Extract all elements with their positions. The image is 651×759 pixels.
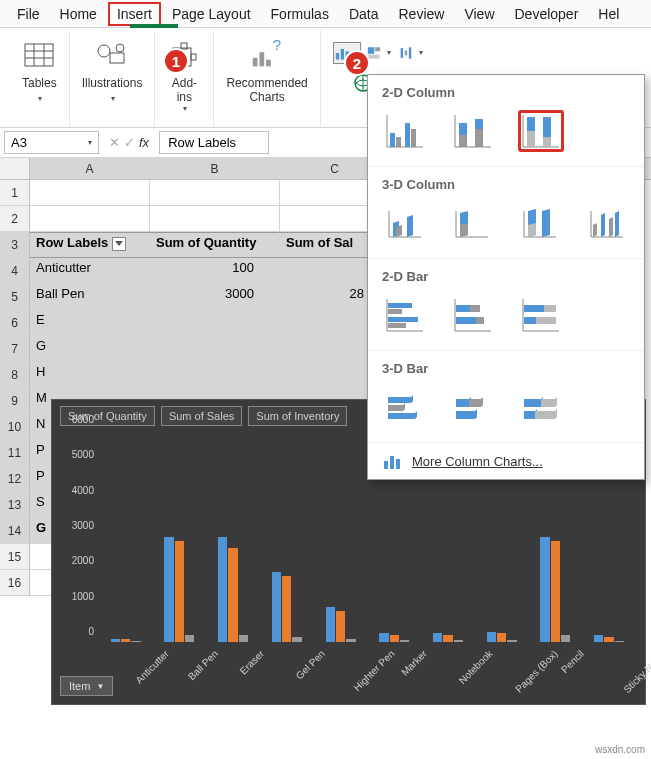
row-head[interactable]: 13 [0, 492, 30, 518]
row-head[interactable]: 7 [0, 336, 30, 362]
3d-clustered-bar-icon[interactable] [382, 386, 428, 428]
svg-rect-20 [368, 54, 379, 58]
ribbon-label-addins: Add- ins [172, 76, 197, 104]
svg-rect-50 [388, 317, 418, 322]
illustrations-icon [95, 38, 129, 72]
menu-data[interactable]: Data [340, 2, 388, 26]
ribbon-label-tables: Tables▾ [22, 76, 57, 104]
menubar: File Home Insert Page Layout Formulas Da… [0, 0, 651, 28]
3d-stacked-column-icon[interactable] [450, 202, 496, 244]
fx-icon[interactable]: fx [139, 135, 149, 150]
3d-stacked-bar-icon[interactable] [450, 386, 496, 428]
col-head-a[interactable]: A [30, 158, 150, 179]
chart-dropdown-panel: 2-D Column 3-D Column 2-D Bar 3-D Bar [367, 74, 645, 480]
svg-rect-39 [475, 129, 483, 147]
svg-rect-33 [411, 129, 416, 147]
svg-rect-49 [388, 309, 402, 314]
callout-badge-2: 2 [344, 50, 370, 76]
ribbon-group-addins[interactable]: Add- ins ▾ [155, 30, 214, 126]
menu-file[interactable]: File [8, 2, 49, 26]
svg-rect-32 [405, 123, 410, 147]
100pct-stacked-column-icon[interactable] [518, 110, 564, 152]
select-all-corner[interactable] [0, 158, 30, 179]
svg-rect-57 [476, 317, 484, 324]
menu-developer[interactable]: Developer [506, 2, 588, 26]
svg-rect-63 [536, 317, 556, 324]
svg-rect-62 [524, 317, 536, 324]
menu-help[interactable]: Hel [589, 2, 628, 26]
menu-formulas[interactable]: Formulas [262, 2, 338, 26]
row-head[interactable]: 2 [0, 206, 30, 232]
svg-point-7 [116, 44, 124, 52]
menu-home[interactable]: Home [51, 2, 106, 26]
ribbon-group-tables[interactable]: Tables▾ [10, 30, 70, 126]
3d-100pct-stacked-column-icon[interactable] [517, 202, 563, 244]
formula-input[interactable]: Row Labels [159, 131, 269, 154]
enter-icon[interactable]: ✓ [124, 135, 135, 150]
more-column-charts-link[interactable]: More Column Charts... [412, 454, 543, 469]
row-head[interactable]: 6 [0, 310, 30, 336]
svg-rect-18 [368, 47, 375, 54]
row-head[interactable]: 11 [0, 440, 30, 466]
3d-clustered-column-icon[interactable] [382, 202, 428, 244]
x-axis: AnticutterBall PenEraserGel PenHighter P… [100, 642, 637, 696]
ribbon-label-illustrations: Illustrations▾ [82, 76, 143, 104]
panel-section-2d-bar: 2-D Bar [382, 269, 630, 284]
100pct-stacked-bar-icon[interactable] [518, 294, 564, 336]
svg-rect-56 [456, 317, 476, 324]
svg-rect-31 [396, 137, 401, 147]
menu-view[interactable]: View [455, 2, 503, 26]
caret-icon: ▾ [183, 104, 187, 113]
row-head[interactable]: 14 [0, 518, 30, 544]
row-head[interactable]: 15 [0, 544, 30, 570]
row-head[interactable]: 1 [0, 180, 30, 206]
stacked-bar-icon[interactable] [450, 294, 496, 336]
3d-100pct-stacked-bar-icon[interactable] [518, 386, 564, 428]
svg-rect-36 [459, 123, 467, 135]
name-box[interactable]: A3▾ [4, 131, 99, 154]
row-head[interactable]: 9 [0, 388, 30, 414]
svg-rect-54 [456, 305, 470, 312]
col-head-b[interactable]: B [150, 158, 280, 179]
svg-rect-61 [544, 305, 556, 312]
y-axis: 0100020003000400050006000 [58, 430, 98, 642]
menu-page-layout[interactable]: Page Layout [163, 2, 260, 26]
legend-inventory[interactable]: Sum of Inventory [248, 406, 347, 426]
row-head[interactable]: 16 [0, 570, 30, 596]
clustered-column-icon[interactable] [382, 110, 428, 152]
svg-rect-30 [390, 133, 395, 147]
recommended-charts-icon: ? [250, 38, 284, 72]
row-head[interactable]: 5 [0, 284, 30, 310]
pivot-header-rowlabels[interactable]: Row Labels [30, 232, 150, 258]
menu-insert[interactable]: Insert [108, 2, 161, 26]
tables-icon [22, 38, 56, 72]
filter-dropdown-icon[interactable] [112, 237, 126, 251]
row-head[interactable]: 8 [0, 362, 30, 388]
callout-badge-1: 1 [163, 48, 189, 74]
svg-rect-15 [336, 53, 339, 60]
panel-section-3d-column: 3-D Column [382, 177, 630, 192]
cancel-icon[interactable]: ✕ [109, 135, 120, 150]
3d-column-icon[interactable] [585, 202, 631, 244]
menu-review[interactable]: Review [390, 2, 454, 26]
svg-rect-38 [475, 119, 483, 129]
row-head[interactable]: 4 [0, 258, 30, 284]
svg-rect-22 [404, 50, 406, 55]
legend-sales[interactable]: Sum of Sales [161, 406, 242, 426]
panel-footer[interactable]: More Column Charts... [368, 443, 644, 479]
svg-point-5 [98, 45, 110, 57]
ribbon-group-illustrations[interactable]: Illustrations▾ [70, 30, 156, 126]
row-head[interactable]: 12 [0, 466, 30, 492]
row-head[interactable]: 3 [0, 232, 30, 258]
formula-buttons: ✕ ✓ fx [103, 135, 155, 150]
insert-waterfall-chart-button[interactable]: ▾ [397, 42, 425, 64]
svg-text:?: ? [273, 40, 281, 53]
stacked-column-icon[interactable] [450, 110, 496, 152]
pivot-item-dropdown[interactable]: Item▼ [60, 676, 113, 696]
svg-rect-37 [459, 135, 467, 147]
svg-rect-23 [409, 47, 411, 58]
svg-rect-66 [396, 459, 400, 469]
row-head[interactable]: 10 [0, 414, 30, 440]
clustered-bar-icon[interactable] [382, 294, 428, 336]
ribbon-group-recommended-charts[interactable]: ? Recommended Charts [214, 30, 320, 126]
